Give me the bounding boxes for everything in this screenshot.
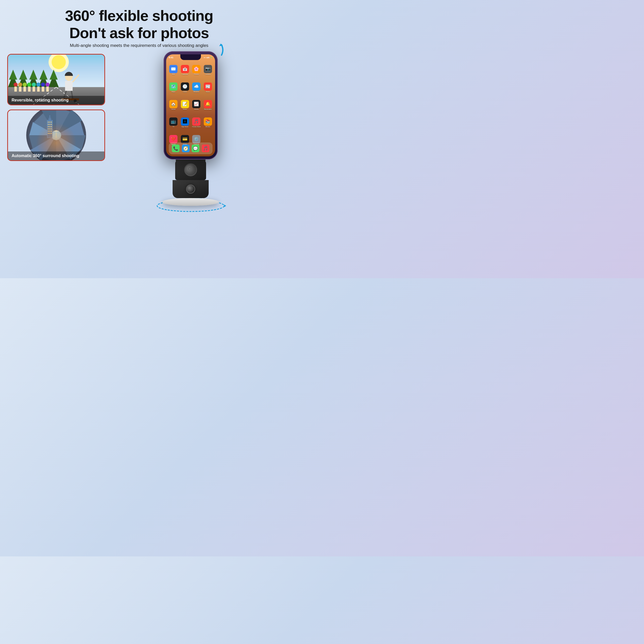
app-icon-img: 🌸 xyxy=(192,65,200,73)
app-icon-home[interactable]: 🏠Home xyxy=(168,97,179,113)
app-icon-reminders[interactable]: 🔔Reminders xyxy=(203,97,213,113)
app-icon-img: 📚 xyxy=(204,117,212,126)
app-icon-img: ⚙️ xyxy=(192,135,200,143)
app-icon-label: Reminders xyxy=(204,108,211,110)
photo-card-2: Automatic 360° surround shooting xyxy=(7,109,105,161)
app-icon-img: 🎵 xyxy=(192,117,200,126)
rotation-arrow-top-icon xyxy=(207,41,225,59)
app-icon-app-store[interactable]: 🅰App Store xyxy=(180,114,190,131)
app-icon-photos[interactable]: 🌸Photos xyxy=(191,62,202,78)
app-icon-label: iTunes Store xyxy=(192,126,201,128)
app-icon-notes[interactable]: 📝Notes xyxy=(180,97,190,113)
app-icon-img: 📈 xyxy=(192,100,200,108)
app-icon-camera[interactable]: 📷Camera xyxy=(203,62,213,78)
photo-label-2: Automatic 360° surround shooting xyxy=(8,151,104,160)
app-icon-label: Notes xyxy=(183,108,187,110)
title-line1: 360° flexible shooting xyxy=(65,7,213,24)
photo-card-1: Reversible, rotating shooting xyxy=(7,54,105,105)
title-line2: Don't ask for photos xyxy=(69,24,209,41)
app-icon-label: App Store xyxy=(181,126,188,128)
app-icon-img: 📺 xyxy=(169,117,177,126)
app-icon-mail[interactable]: ✉️Mail xyxy=(168,62,179,78)
iphone-outer: 9:41 ▪▪▪ wifi 🔋 ✉️Mail📅Calendar🌸Photos📷C… xyxy=(164,51,218,159)
app-icon-label: Weather xyxy=(193,91,199,92)
app-icon-img: 📷 xyxy=(204,65,212,73)
app-icon-label: TV xyxy=(172,126,174,128)
app-grid: ✉️Mail📅Calendar🌸Photos📷Camera🗺️Maps🕐Cloc… xyxy=(168,61,214,149)
status-bar: 9:41 ▪▪▪ wifi 🔋 xyxy=(169,55,213,60)
dock-icon-phone[interactable]: 📞 xyxy=(172,145,180,152)
robot-camera-lens xyxy=(186,184,195,194)
robot-head xyxy=(175,159,206,180)
app-icon-calendar[interactable]: 📅Calendar xyxy=(180,62,190,78)
app-icon-label: Stocks xyxy=(194,108,199,110)
app-icon-img: 🅰 xyxy=(181,117,189,126)
app-icon-label: Mail xyxy=(172,73,175,75)
app-icon-tv[interactable]: 📺TV xyxy=(168,114,179,131)
app-icon-img: ☁️ xyxy=(192,82,200,91)
left-photos: Reversible, rotating shooting Automatic … xyxy=(7,54,105,161)
signal-icon: ▪▪▪ xyxy=(204,57,206,58)
app-icon-clock[interactable]: 🕐Clock xyxy=(180,79,190,96)
robot-body-wrap xyxy=(173,159,209,198)
dock-icon-safari[interactable]: 🧭 xyxy=(182,145,190,152)
platform-wrap xyxy=(155,198,227,206)
app-icon-img: ✉️ xyxy=(169,65,177,73)
app-icon-maps[interactable]: 🗺️Maps xyxy=(168,79,179,96)
app-icon-news[interactable]: 📰News xyxy=(203,79,213,96)
header: 360° flexible shooting Don't ask for pho… xyxy=(0,0,278,50)
app-icon-img: 📰 xyxy=(204,82,212,91)
app-icon-label: Camera xyxy=(205,73,210,75)
iphone-dock: 📞🧭💬🎵 xyxy=(169,142,213,154)
status-time: 9:41 xyxy=(169,56,173,59)
app-icon-stocks[interactable]: 📈Stocks xyxy=(191,97,202,113)
app-icon-img: 📝 xyxy=(181,100,189,108)
app-icon-img: 🔔 xyxy=(204,100,212,108)
app-icon-img: 🗺️ xyxy=(169,82,177,91)
app-icon-label: Home xyxy=(171,108,175,110)
iphone-screen: 9:41 ▪▪▪ wifi 🔋 ✉️Mail📅Calendar🌸Photos📷C… xyxy=(166,54,215,156)
right-device: 9:41 ▪▪▪ wifi 🔋 ✉️Mail📅Calendar🌸Photos📷C… xyxy=(110,54,271,218)
sub-title: Multi-angle shooting meets the requireme… xyxy=(10,43,268,48)
photo-label-1: Reversible, rotating shooting xyxy=(8,96,104,105)
app-icon-img: 🏠 xyxy=(169,100,177,108)
app-icon-weather[interactable]: ☁️Weather xyxy=(191,79,202,96)
dock-icon-music[interactable]: 🎵 xyxy=(202,145,209,152)
app-icon-itunes-store[interactable]: 🎵iTunes Store xyxy=(191,114,202,131)
main-title: 360° flexible shooting Don't ask for pho… xyxy=(10,7,268,41)
robot-eye xyxy=(184,163,197,176)
app-icon-img: 🕐 xyxy=(181,82,189,91)
app-icon-label: Maps xyxy=(172,91,175,92)
app-icon-ibooks[interactable]: 📚iBooks xyxy=(203,114,213,131)
app-icon-label: Clock xyxy=(183,91,187,92)
app-icon-label: iBooks xyxy=(206,126,210,128)
svg-marker-2 xyxy=(224,205,226,207)
app-icon-img: 💳 xyxy=(181,135,189,143)
content-row: Reversible, rotating shooting Automatic … xyxy=(0,50,278,218)
app-icon-img: ❤️ xyxy=(169,135,177,143)
app-icon-img: 📅 xyxy=(181,65,189,73)
dock-icon-messages[interactable]: 💬 xyxy=(192,145,199,152)
iphone-wrap: 9:41 ▪▪▪ wifi 🔋 ✉️Mail📅Calendar🌸Photos📷C… xyxy=(164,51,218,159)
robot-torso xyxy=(173,180,209,198)
app-icon-label: Calendar xyxy=(182,73,188,75)
app-icon-label: News xyxy=(206,91,210,92)
app-icon-label: Photos xyxy=(194,73,199,75)
